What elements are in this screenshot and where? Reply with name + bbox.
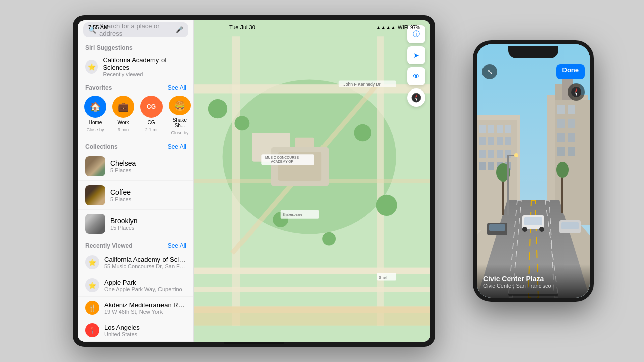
collapse-button[interactable]: ⤡ — [482, 64, 497, 79]
sidebar: 7:55 AM Tue Jul 30 ▲▲▲▲ WiFi 97% 🔍 Searc… — [78, 20, 194, 342]
recent-icon-la: 📍 — [85, 323, 99, 337]
recent-name-la: Los Angeles — [104, 324, 140, 331]
recent-icon-apple-park: ⭐ — [85, 278, 99, 292]
recent-info-akdeniz: Akdeniz Mediterranean Restaur... 19 W 46… — [104, 301, 186, 315]
fav-label-shake: Shake Sh... — [168, 117, 192, 128]
recent-icon-cas: ⭐ — [85, 255, 99, 269]
fav-sub-shake: Close by — [171, 130, 188, 135]
favorites-see-all[interactable]: See All — [168, 84, 186, 92]
fav-icon-home: 🏠 — [84, 96, 106, 118]
collection-thumb-chelsea — [85, 156, 105, 176]
fav-label-work: Work — [117, 120, 129, 125]
collections-header: Collections See All — [78, 139, 193, 152]
iphone-device: 9:04 ▲▲▲▲ WiFi ▮ ⤡ Done — [473, 40, 594, 302]
collection-name-brooklyn: Brooklyn — [110, 217, 137, 225]
recent-addr-apple-park: One Apple Park Way, Cupertino — [104, 286, 182, 292]
favorites-list: 🏠 Home Close by 💼 Work 9 min CG CG 2.1 m… — [78, 94, 193, 139]
recent-name-akdeniz: Akdeniz Mediterranean Restaur... — [104, 301, 186, 309]
street-scene-svg — [477, 44, 590, 298]
svg-text:MUSIC CONCOURSE: MUSIC CONCOURSE — [265, 156, 299, 159]
recent-item-akdeniz[interactable]: 🍴 Akdeniz Mediterranean Restaur... 19 W … — [78, 297, 193, 319]
svg-text:ACADEMY OF: ACADEMY OF — [271, 160, 293, 164]
location-info-overlay: Civic Center Plaza Civic Center, San Fra… — [477, 264, 590, 298]
location-title: Civic Center Plaza — [483, 275, 584, 283]
map-area[interactable]: John F Kennedy Dr Shell MUSIC CONCOURSE … — [194, 20, 430, 342]
svg-text:John F Kennedy Dr: John F Kennedy Dr — [343, 82, 380, 87]
fav-sub-home: Close by — [86, 127, 104, 132]
done-button[interactable]: Done — [556, 64, 585, 79]
collection-info-coffee: Coffee 5 Places — [110, 188, 131, 202]
svg-point-11 — [208, 99, 227, 118]
fav-icon-shake: 🍔 — [169, 96, 191, 115]
recent-addr-akdeniz: 19 W 46th St, New York — [104, 309, 186, 315]
map-controls: ⓘ ➤ 👁 — [407, 25, 425, 107]
iphone-home-indicator — [508, 294, 558, 296]
map-compass[interactable] — [407, 88, 425, 107]
fav-sub-cg: 2.1 mi — [145, 127, 158, 132]
recent-item-apple-park[interactable]: ⭐ Apple Park One Apple Park Way, Cuperti… — [78, 274, 193, 297]
iphone-top-bar: ⤡ Done — [477, 62, 590, 81]
svg-rect-86 — [477, 44, 590, 298]
collection-count-coffee: 5 Places — [110, 196, 131, 202]
fav-icon-cg: CG — [140, 96, 163, 118]
collection-thumb-coffee — [85, 185, 105, 205]
fav-label-cg: CG — [148, 120, 155, 125]
recent-name-cas: California Academy of Sciences — [104, 256, 186, 263]
collection-info-chelsea: Chelsea 5 Places — [110, 159, 136, 173]
fav-item-home[interactable]: 🏠 Home Close by — [83, 96, 107, 135]
svg-marker-29 — [194, 306, 430, 325]
iphone-compass[interactable] — [568, 83, 585, 101]
favorites-title: Favorites — [85, 84, 112, 92]
recent-info-cas: California Academy of Sciences 55 Music … — [104, 256, 186, 269]
collection-name-chelsea: Chelsea — [110, 159, 136, 167]
recently-viewed-see-all[interactable]: See All — [168, 242, 186, 249]
iphone-notch — [508, 46, 558, 58]
recently-viewed-header: Recently Viewed See All — [78, 238, 193, 251]
svg-text:Shell: Shell — [379, 275, 387, 280]
map-binoculars-button[interactable]: 👁 — [407, 67, 425, 85]
collection-info-brooklyn: Brooklyn 15 Places — [110, 217, 137, 231]
map-location-button[interactable]: ➤ — [407, 46, 425, 64]
iphone-screen: 9:04 ▲▲▲▲ WiFi ▮ ⤡ Done — [477, 44, 590, 298]
siri-section-title: Siri Suggestions — [85, 44, 133, 51]
collection-thumb-brooklyn — [85, 214, 105, 234]
recent-info-la: Los Angeles United States — [104, 324, 140, 337]
street-view: 9:04 ▲▲▲▲ WiFi ▮ ⤡ Done — [477, 44, 590, 298]
favorites-header: Favorites See All — [78, 80, 193, 94]
map-background: John F Kennedy Dr Shell MUSIC CONCOURSE … — [194, 20, 430, 342]
collection-name-coffee: Coffee — [110, 188, 131, 196]
recent-item-cas[interactable]: ⭐ California Academy of Sciences 55 Musi… — [78, 251, 193, 274]
svg-point-14 — [376, 195, 397, 216]
recent-icon-akdeniz: 🍴 — [85, 301, 99, 315]
recent-name-apple-park: Apple Park — [104, 279, 182, 286]
fav-item-cg[interactable]: CG CG 2.1 mi — [139, 96, 164, 135]
collection-count-brooklyn: 15 Places — [110, 225, 137, 231]
collection-coffee[interactable]: Coffee 5 Places — [78, 181, 193, 210]
collection-count-chelsea: 5 Places — [110, 167, 136, 173]
recent-item-la[interactable]: 📍 Los Angeles United States — [78, 319, 193, 342]
svg-point-13 — [354, 124, 371, 142]
fav-item-shake[interactable]: 🍔 Shake Sh... Close by — [168, 96, 192, 135]
svg-point-12 — [235, 116, 250, 131]
siri-suggestion-info: California Academy of Sciences Recently … — [103, 56, 186, 77]
collections-see-all[interactable]: See All — [168, 143, 186, 150]
fav-icon-work: 💼 — [112, 96, 134, 118]
svg-point-16 — [322, 232, 336, 246]
siri-suggestion-sub: Recently viewed — [103, 71, 186, 77]
fav-label-home: Home — [89, 120, 102, 125]
siri-suggestion-item[interactable]: ⭐ California Academy of Sciences Recentl… — [78, 53, 193, 80]
recent-addr-cas: 55 Music Concourse Dr, San Francisco — [104, 263, 186, 269]
scene: 7:55 AM Tue Jul 30 ▲▲▲▲ WiFi 97% 🔍 Searc… — [0, 0, 644, 362]
fav-item-work[interactable]: 💼 Work 9 min — [111, 96, 135, 135]
svg-rect-20 — [194, 287, 430, 292]
fav-sub-work: 9 min — [118, 127, 129, 132]
ipad-status-bar: 7:55 AM Tue Jul 30 ▲▲▲▲ WiFi 97% — [88, 22, 194, 32]
siri-suggestion-icon: ⭐ — [85, 60, 98, 74]
collection-brooklyn[interactable]: Brooklyn 15 Places — [78, 210, 193, 238]
siri-suggestion-name: California Academy of Sciences — [103, 56, 186, 71]
recent-info-apple-park: Apple Park One Apple Park Way, Cupertino — [104, 279, 182, 292]
collection-chelsea[interactable]: Chelsea 5 Places — [78, 152, 193, 181]
ipad-time: 7:55 AM — [88, 24, 108, 30]
map-svg: John F Kennedy Dr Shell MUSIC CONCOURSE … — [194, 20, 430, 342]
svg-text:Shakespeare: Shakespeare — [282, 213, 302, 217]
